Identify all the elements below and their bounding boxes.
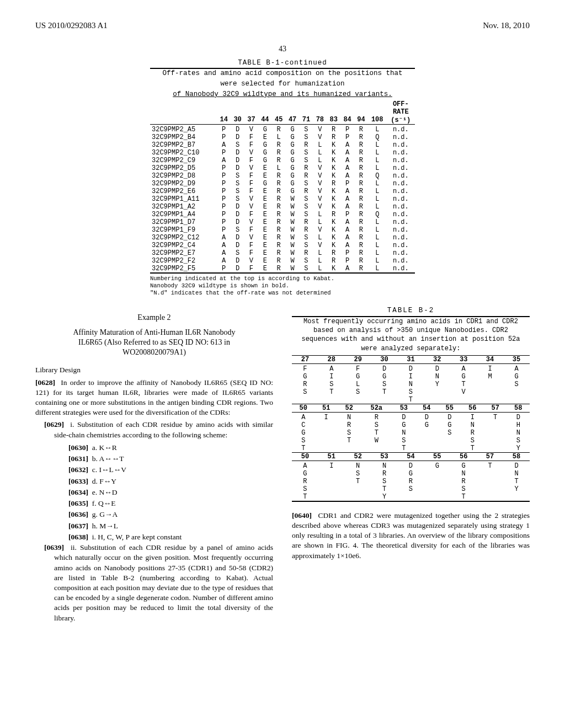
row-name: 32C9PMP2_C9 (150, 157, 217, 164)
aa-cell: G (438, 421, 461, 429)
aa-cell (484, 429, 507, 437)
aa-cell: R (327, 211, 340, 218)
table-b2-caption: Most frequently occurring amino acids in… (292, 317, 530, 353)
aa-cell: P (217, 126, 231, 133)
col-head: 53 (392, 404, 415, 413)
aa-cell: K (327, 242, 340, 249)
aa-cell: V (244, 126, 258, 133)
aa-cell: A (340, 226, 354, 234)
col-head: 57 (477, 453, 503, 461)
table-b2-block2: 50515252a535455565758AINRDDDITDCRSGGGNHG… (292, 404, 530, 452)
aa-cell: R (354, 218, 368, 226)
aa-cell: L (368, 149, 387, 157)
example-label: Example 2 (35, 313, 273, 322)
scheme-text: b. A↔↔T (92, 454, 124, 463)
aa-cell (360, 445, 392, 452)
aa-cell: D (398, 365, 424, 373)
aa-cell: F (244, 242, 258, 249)
para-num-0639: [0639] (44, 543, 64, 552)
aa-cell: A (318, 365, 345, 373)
scheme-num: [0635] (68, 499, 88, 507)
aa-cell (415, 429, 438, 437)
aa-cell: P (217, 188, 231, 195)
aa-cell: R (300, 226, 313, 234)
aa-cell: S (300, 157, 313, 164)
aa-cell (345, 485, 371, 493)
aa-cell: S (231, 188, 244, 195)
scheme-text: f. Q↔E (92, 499, 116, 507)
aa-cell: S (292, 388, 318, 396)
aa-cell (398, 493, 424, 501)
paragraph-0629: [0629] i. Substitution of each CDR resid… (54, 420, 273, 440)
off-rate-cell: n.d. (387, 126, 415, 133)
aa-cell: P (217, 164, 231, 172)
aa-cell: S (300, 180, 313, 188)
scheme-num: [0638] (68, 533, 88, 541)
aa-cell: A (340, 195, 354, 203)
aa-cell: G (258, 141, 272, 149)
aa-cell (345, 396, 371, 404)
aa-cell: R (272, 203, 286, 211)
aa-cell: D (503, 462, 530, 470)
aa-cell: Y (424, 381, 450, 388)
row-name: 32C9PMP2_F5 (150, 265, 217, 272)
aa-cell: V (313, 226, 327, 234)
aa-cell: P (340, 257, 354, 265)
aa-cell: W (286, 234, 300, 242)
aa-cell: G (503, 373, 530, 381)
aa-cell (438, 437, 461, 445)
off-rate-head-1: OFF- (387, 100, 415, 108)
aa-cell: M (477, 373, 503, 381)
aa-cell: S (292, 437, 315, 445)
aa-cell: G (286, 141, 300, 149)
aa-cell: I (315, 414, 337, 421)
aa-cell: S (300, 149, 313, 157)
aa-cell: V (450, 388, 477, 396)
aa-cell: G (258, 149, 272, 157)
page-number: 43 (35, 45, 530, 53)
aa-cell: F (244, 226, 258, 234)
aa-cell: V (244, 195, 258, 203)
table-b2-title: TABLE B-2 (292, 307, 530, 314)
aa-cell: R (354, 203, 368, 211)
aa-cell: D (415, 414, 438, 421)
row-name: 32C9PMP1_D7 (150, 218, 217, 226)
row-name: 32C9PMP1_A2 (150, 203, 217, 211)
aa-cell: S (231, 249, 244, 257)
aa-cell: R (272, 249, 286, 257)
aa-cell: E (258, 265, 272, 272)
aa-cell (318, 396, 345, 404)
aa-cell: D (231, 242, 244, 249)
aa-cell: E (258, 133, 272, 141)
scheme-item: [0633] d. F↔Y (68, 476, 273, 487)
aa-cell: S (231, 172, 244, 180)
aa-cell: R (354, 141, 368, 149)
scheme-item: [0637] h. M→L (68, 521, 273, 532)
col-head: 44 (258, 116, 272, 125)
aa-cell (318, 478, 345, 485)
table-b1-caption-1: Off-rates and amino acid composition on … (150, 69, 415, 79)
aa-cell: I (318, 462, 345, 470)
table-row: STWSSS (292, 437, 530, 445)
aa-cell: V (313, 188, 327, 195)
aa-cell (477, 478, 503, 485)
aa-cell: F (244, 188, 258, 195)
aa-cell: R (354, 172, 368, 180)
aa-cell: A (340, 149, 354, 157)
table-row: FAFDDDAIA (292, 365, 530, 373)
table-row: 32C9PMP1_A4PDFERWSLRPRQn.d. (150, 211, 415, 218)
aa-cell (315, 429, 337, 437)
aa-cell: L (368, 257, 387, 265)
aa-cell: R (327, 133, 340, 141)
col-head: 78 (313, 116, 327, 125)
aa-cell: R (354, 164, 368, 172)
aa-cell: T (371, 485, 398, 493)
col-head: 94 (354, 116, 368, 125)
table-b2-block3: 505152535455565758AINNDGGTDGSRGNNRTSRRTS… (292, 453, 530, 501)
aa-cell: L (313, 249, 327, 257)
table-row: GIGGINGMG (292, 373, 530, 381)
table-row: GSTNSRN (292, 429, 530, 437)
aa-cell (424, 478, 450, 485)
col-head: 56 (450, 453, 477, 461)
aa-cell (415, 437, 438, 445)
